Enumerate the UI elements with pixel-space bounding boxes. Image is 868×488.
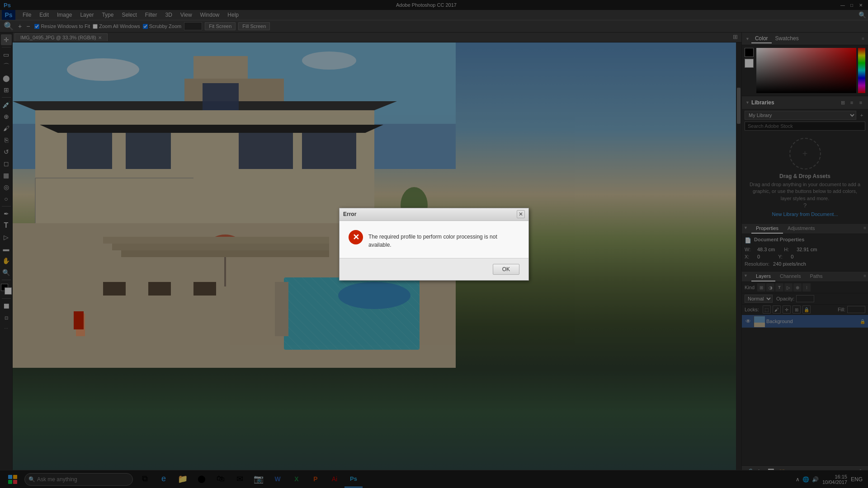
dialog-error-icon: ✕ [349,230,363,244]
dialog-close-button[interactable]: ✕ [517,210,525,218]
error-dialog-overlay: Error ✕ ✕ The required profile to perfor… [0,0,868,488]
dialog-title-text: Error [343,211,517,217]
error-dialog: Error ✕ ✕ The required profile to perfor… [339,208,529,281]
dialog-footer: OK [340,258,528,280]
dialog-message-text: The required profile to perform color pr… [368,230,519,249]
dialog-ok-button[interactable]: OK [493,264,519,275]
dialog-body: ✕ The required profile to perform color … [340,221,528,258]
dialog-title-bar: Error ✕ [340,208,528,221]
